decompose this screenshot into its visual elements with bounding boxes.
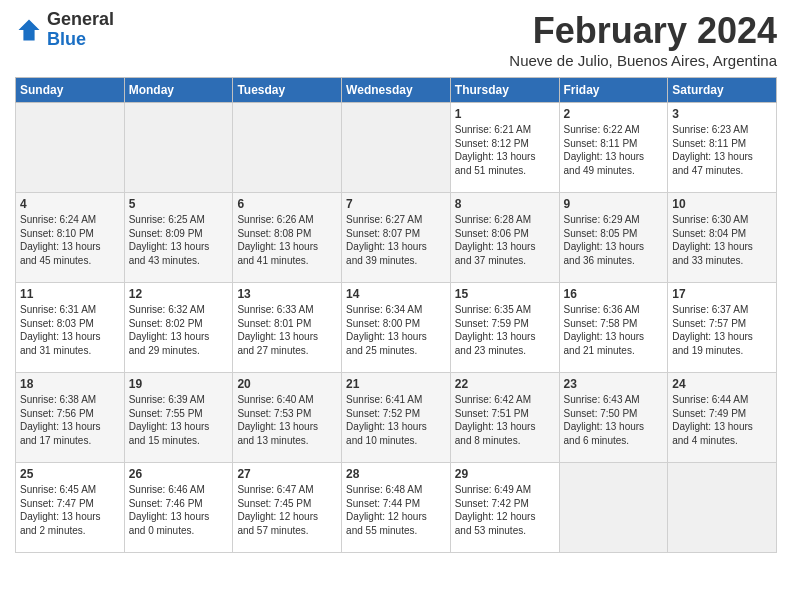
day-cell-22: 22Sunrise: 6:42 AMSunset: 7:51 PMDayligh… — [450, 373, 559, 463]
day-info: Sunrise: 6:29 AMSunset: 8:05 PMDaylight:… — [564, 213, 664, 267]
day-info: Sunrise: 6:48 AMSunset: 7:44 PMDaylight:… — [346, 483, 446, 537]
weekday-header-monday: Monday — [124, 78, 233, 103]
calendar-week-row: 1Sunrise: 6:21 AMSunset: 8:12 PMDaylight… — [16, 103, 777, 193]
logo: General Blue — [15, 10, 114, 50]
logo-text: General Blue — [47, 10, 114, 50]
calendar-week-row: 18Sunrise: 6:38 AMSunset: 7:56 PMDayligh… — [16, 373, 777, 463]
day-info: Sunrise: 6:35 AMSunset: 7:59 PMDaylight:… — [455, 303, 555, 357]
day-info: Sunrise: 6:21 AMSunset: 8:12 PMDaylight:… — [455, 123, 555, 177]
day-cell-5: 5Sunrise: 6:25 AMSunset: 8:09 PMDaylight… — [124, 193, 233, 283]
logo-blue-text: Blue — [47, 30, 114, 50]
day-number: 29 — [455, 467, 555, 481]
day-info: Sunrise: 6:25 AMSunset: 8:09 PMDaylight:… — [129, 213, 229, 267]
weekday-header-thursday: Thursday — [450, 78, 559, 103]
day-number: 3 — [672, 107, 772, 121]
day-cell-18: 18Sunrise: 6:38 AMSunset: 7:56 PMDayligh… — [16, 373, 125, 463]
empty-day-cell — [559, 463, 668, 553]
day-number: 14 — [346, 287, 446, 301]
calendar-week-row: 25Sunrise: 6:45 AMSunset: 7:47 PMDayligh… — [16, 463, 777, 553]
day-cell-29: 29Sunrise: 6:49 AMSunset: 7:42 PMDayligh… — [450, 463, 559, 553]
day-info: Sunrise: 6:41 AMSunset: 7:52 PMDaylight:… — [346, 393, 446, 447]
day-cell-9: 9Sunrise: 6:29 AMSunset: 8:05 PMDaylight… — [559, 193, 668, 283]
day-number: 11 — [20, 287, 120, 301]
day-info: Sunrise: 6:28 AMSunset: 8:06 PMDaylight:… — [455, 213, 555, 267]
day-cell-28: 28Sunrise: 6:48 AMSunset: 7:44 PMDayligh… — [342, 463, 451, 553]
day-cell-10: 10Sunrise: 6:30 AMSunset: 8:04 PMDayligh… — [668, 193, 777, 283]
day-number: 13 — [237, 287, 337, 301]
day-number: 19 — [129, 377, 229, 391]
weekday-header-wednesday: Wednesday — [342, 78, 451, 103]
month-title: February 2024 — [509, 10, 777, 52]
day-number: 6 — [237, 197, 337, 211]
day-info: Sunrise: 6:32 AMSunset: 8:02 PMDaylight:… — [129, 303, 229, 357]
day-cell-21: 21Sunrise: 6:41 AMSunset: 7:52 PMDayligh… — [342, 373, 451, 463]
day-number: 17 — [672, 287, 772, 301]
svg-marker-1 — [21, 21, 38, 38]
weekday-header-sunday: Sunday — [16, 78, 125, 103]
empty-day-cell — [124, 103, 233, 193]
day-info: Sunrise: 6:39 AMSunset: 7:55 PMDaylight:… — [129, 393, 229, 447]
weekday-header-tuesday: Tuesday — [233, 78, 342, 103]
day-cell-23: 23Sunrise: 6:43 AMSunset: 7:50 PMDayligh… — [559, 373, 668, 463]
day-number: 15 — [455, 287, 555, 301]
day-info: Sunrise: 6:24 AMSunset: 8:10 PMDaylight:… — [20, 213, 120, 267]
day-cell-12: 12Sunrise: 6:32 AMSunset: 8:02 PMDayligh… — [124, 283, 233, 373]
day-number: 10 — [672, 197, 772, 211]
day-number: 12 — [129, 287, 229, 301]
day-cell-3: 3Sunrise: 6:23 AMSunset: 8:11 PMDaylight… — [668, 103, 777, 193]
day-number: 24 — [672, 377, 772, 391]
calendar-body: 1Sunrise: 6:21 AMSunset: 8:12 PMDaylight… — [16, 103, 777, 553]
day-cell-17: 17Sunrise: 6:37 AMSunset: 7:57 PMDayligh… — [668, 283, 777, 373]
title-area: February 2024 Nueve de Julio, Buenos Air… — [509, 10, 777, 69]
day-number: 1 — [455, 107, 555, 121]
day-cell-4: 4Sunrise: 6:24 AMSunset: 8:10 PMDaylight… — [16, 193, 125, 283]
day-number: 25 — [20, 467, 120, 481]
day-cell-7: 7Sunrise: 6:27 AMSunset: 8:07 PMDaylight… — [342, 193, 451, 283]
day-number: 22 — [455, 377, 555, 391]
weekday-header-friday: Friday — [559, 78, 668, 103]
day-cell-27: 27Sunrise: 6:47 AMSunset: 7:45 PMDayligh… — [233, 463, 342, 553]
day-cell-2: 2Sunrise: 6:22 AMSunset: 8:11 PMDaylight… — [559, 103, 668, 193]
calendar-header: SundayMondayTuesdayWednesdayThursdayFrid… — [16, 78, 777, 103]
empty-day-cell — [342, 103, 451, 193]
day-info: Sunrise: 6:27 AMSunset: 8:07 PMDaylight:… — [346, 213, 446, 267]
day-info: Sunrise: 6:45 AMSunset: 7:47 PMDaylight:… — [20, 483, 120, 537]
day-number: 16 — [564, 287, 664, 301]
day-cell-1: 1Sunrise: 6:21 AMSunset: 8:12 PMDaylight… — [450, 103, 559, 193]
day-info: Sunrise: 6:26 AMSunset: 8:08 PMDaylight:… — [237, 213, 337, 267]
day-cell-6: 6Sunrise: 6:26 AMSunset: 8:08 PMDaylight… — [233, 193, 342, 283]
day-number: 7 — [346, 197, 446, 211]
day-cell-25: 25Sunrise: 6:45 AMSunset: 7:47 PMDayligh… — [16, 463, 125, 553]
day-cell-13: 13Sunrise: 6:33 AMSunset: 8:01 PMDayligh… — [233, 283, 342, 373]
header: General Blue February 2024 Nueve de Juli… — [15, 10, 777, 69]
day-number: 20 — [237, 377, 337, 391]
day-number: 23 — [564, 377, 664, 391]
day-number: 18 — [20, 377, 120, 391]
calendar-table: SundayMondayTuesdayWednesdayThursdayFrid… — [15, 77, 777, 553]
day-info: Sunrise: 6:40 AMSunset: 7:53 PMDaylight:… — [237, 393, 337, 447]
day-number: 8 — [455, 197, 555, 211]
day-info: Sunrise: 6:33 AMSunset: 8:01 PMDaylight:… — [237, 303, 337, 357]
day-cell-8: 8Sunrise: 6:28 AMSunset: 8:06 PMDaylight… — [450, 193, 559, 283]
day-info: Sunrise: 6:22 AMSunset: 8:11 PMDaylight:… — [564, 123, 664, 177]
day-cell-16: 16Sunrise: 6:36 AMSunset: 7:58 PMDayligh… — [559, 283, 668, 373]
day-cell-19: 19Sunrise: 6:39 AMSunset: 7:55 PMDayligh… — [124, 373, 233, 463]
calendar-week-row: 4Sunrise: 6:24 AMSunset: 8:10 PMDaylight… — [16, 193, 777, 283]
day-number: 5 — [129, 197, 229, 211]
day-cell-20: 20Sunrise: 6:40 AMSunset: 7:53 PMDayligh… — [233, 373, 342, 463]
day-info: Sunrise: 6:34 AMSunset: 8:00 PMDaylight:… — [346, 303, 446, 357]
day-cell-14: 14Sunrise: 6:34 AMSunset: 8:00 PMDayligh… — [342, 283, 451, 373]
day-info: Sunrise: 6:43 AMSunset: 7:50 PMDaylight:… — [564, 393, 664, 447]
empty-day-cell — [668, 463, 777, 553]
weekday-header-row: SundayMondayTuesdayWednesdayThursdayFrid… — [16, 78, 777, 103]
day-cell-26: 26Sunrise: 6:46 AMSunset: 7:46 PMDayligh… — [124, 463, 233, 553]
day-number: 26 — [129, 467, 229, 481]
day-info: Sunrise: 6:31 AMSunset: 8:03 PMDaylight:… — [20, 303, 120, 357]
day-info: Sunrise: 6:47 AMSunset: 7:45 PMDaylight:… — [237, 483, 337, 537]
day-number: 21 — [346, 377, 446, 391]
calendar-week-row: 11Sunrise: 6:31 AMSunset: 8:03 PMDayligh… — [16, 283, 777, 373]
day-cell-15: 15Sunrise: 6:35 AMSunset: 7:59 PMDayligh… — [450, 283, 559, 373]
day-number: 28 — [346, 467, 446, 481]
day-cell-24: 24Sunrise: 6:44 AMSunset: 7:49 PMDayligh… — [668, 373, 777, 463]
day-info: Sunrise: 6:30 AMSunset: 8:04 PMDaylight:… — [672, 213, 772, 267]
